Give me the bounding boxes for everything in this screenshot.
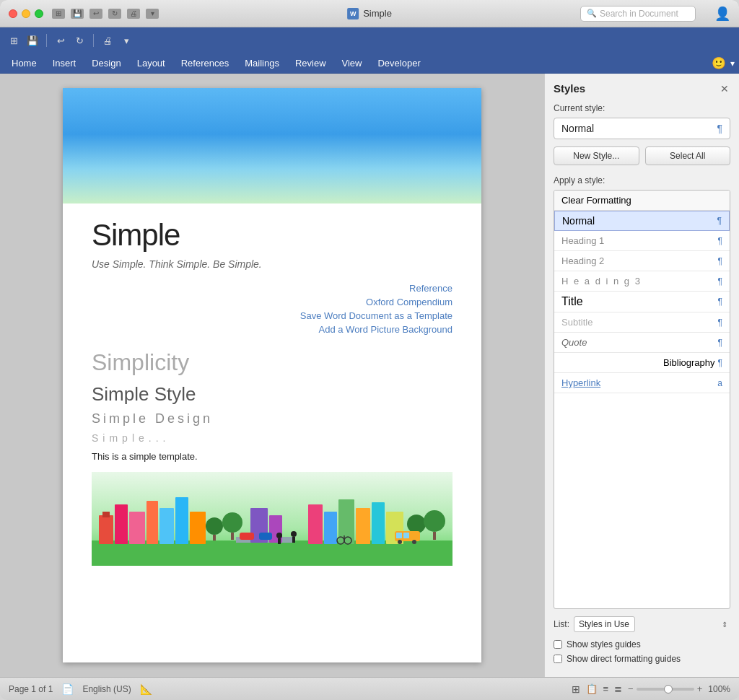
doc-link-oxford[interactable]: Oxford Compendium (92, 297, 452, 307)
status-bar: Page 1 of 1 📄 English (US) 📐 ⊞ 📋 ≡ ≣ − +… (0, 677, 739, 700)
minimize-button[interactable] (22, 9, 30, 18)
toolbar-more-icon[interactable]: ▾ (118, 32, 134, 48)
toolbar-icons: ⊞ 💾 ↩ ↻ 🖨 ▾ (6, 32, 134, 48)
show-direct-formatting-checkbox[interactable] (554, 655, 562, 663)
toolbar-redo-icon[interactable]: ↻ (71, 32, 87, 48)
print-icon[interactable]: 🖨 (127, 9, 140, 19)
show-styles-guides-checkbox[interactable] (554, 640, 562, 649)
more-icon[interactable]: ▾ (146, 9, 159, 19)
document-area: Simple Use Simple. Think Simple. Be Simp… (0, 74, 544, 677)
style-pilcrow-h2: ¶ (718, 256, 722, 266)
grid-view-icon[interactable]: ⊞ (572, 683, 580, 695)
sidebar-toggle-icon[interactable]: ⊞ (52, 9, 65, 19)
doc-link-save-template[interactable]: Save Word Document as a Template (92, 310, 452, 321)
menu-review[interactable]: Review (288, 56, 333, 71)
style-heading2[interactable]: Heading 2 ¶ (554, 251, 730, 271)
zoom-thumb[interactable] (664, 685, 673, 694)
style-bibliography[interactable]: Bibliography ¶ (554, 353, 730, 373)
menu-references[interactable]: References (174, 56, 236, 71)
svg-rect-17 (240, 533, 254, 540)
svg-rect-26 (278, 538, 281, 544)
titlebar-icons: ⊞ 💾 ↩ ↻ 🖨 ▾ (52, 9, 159, 19)
select-all-button[interactable]: Select All (645, 146, 731, 165)
menu-view[interactable]: View (335, 56, 370, 71)
page-info: Page 1 of 1 (9, 684, 53, 694)
style-title[interactable]: Title ¶ (554, 292, 730, 312)
document-content: Simple Use Simple. Think Simple. Be Simp… (63, 204, 481, 587)
style-pilcrow-h3: ¶ (718, 276, 722, 286)
menu-design[interactable]: Design (84, 56, 128, 71)
styles-panel: Styles ✕ Current style: Normal ¶ New Sty… (544, 74, 739, 677)
list-select[interactable]: Styles in Use All Styles Custom (574, 616, 635, 632)
doc-link-picture-bg[interactable]: Add a Word Picture Background (92, 324, 452, 335)
style-normal[interactable]: Normal ¶ (554, 211, 730, 231)
svg-point-25 (276, 533, 282, 538)
toolbar-print-icon[interactable]: 🖨 (100, 32, 115, 48)
panel-footer: List: Styles in Use All Styles Custom Sh… (554, 616, 730, 668)
toolbar-undo-icon[interactable]: ↩ (53, 32, 69, 48)
window-title: Simple (363, 8, 392, 19)
doc-link-reference[interactable]: Reference (92, 283, 452, 294)
toolbar-save-icon[interactable]: 💾 (25, 32, 40, 48)
style-heading1[interactable]: Heading 1 ¶ (554, 231, 730, 251)
show-direct-formatting-row[interactable]: Show direct formatting guides (554, 654, 730, 664)
panel-header: Styles ✕ (554, 82, 730, 95)
new-style-button[interactable]: New Style... (554, 146, 639, 165)
current-style-label: Current style: (554, 103, 730, 113)
zoom-minus-icon[interactable]: − (628, 683, 634, 694)
status-icon2[interactable]: 📋 (586, 683, 598, 694)
svg-point-29 (407, 515, 426, 533)
zoom-plus-icon[interactable]: + (697, 683, 703, 694)
current-style-pilcrow: ¶ (717, 123, 722, 134)
status-right: ⊞ 📋 ≡ ≣ − + 100% (572, 683, 730, 695)
style-name-heading3: H e a d i n g 3 (561, 276, 715, 286)
save-icon[interactable]: 💾 (71, 9, 84, 19)
undo-icon[interactable]: ↩ (89, 9, 102, 19)
toolbar-divider-1 (46, 34, 47, 47)
style-clear-formatting[interactable]: Clear Formatting (554, 191, 730, 211)
svg-point-27 (291, 531, 297, 537)
list-row: List: Styles in Use All Styles Custom (554, 616, 730, 632)
close-button[interactable] (9, 9, 17, 18)
style-pilcrow-normal: ¶ (717, 216, 722, 226)
menu-chevron-icon[interactable]: ▾ (730, 58, 735, 69)
menu-developer[interactable]: Developer (370, 56, 427, 71)
style-name-heading1: Heading 1 (561, 235, 715, 246)
style-hyperlink[interactable]: Hyperlink a (554, 373, 730, 393)
menu-insert[interactable]: Insert (45, 56, 84, 71)
style-name-clear: Clear Formatting (561, 195, 722, 206)
document-view-icon[interactable]: 📄 (61, 683, 74, 695)
style-heading3[interactable]: H e a d i n g 3 ¶ (554, 271, 730, 292)
style-pilcrow-subtitle: ¶ (718, 318, 722, 328)
traffic-lights (9, 9, 43, 18)
menu-home[interactable]: Home (4, 56, 44, 71)
svg-rect-1 (92, 541, 452, 566)
show-styles-guides-label: Show styles guides (567, 639, 641, 649)
status-icon3[interactable]: ≡ (603, 683, 609, 694)
zoom-track[interactable] (637, 688, 694, 691)
document-page: Simple Use Simple. Think Simple. Be Simp… (63, 88, 481, 662)
svg-rect-5 (129, 512, 145, 544)
emoji-icon[interactable]: 🙂 (712, 56, 726, 70)
menu-layout[interactable]: Layout (130, 56, 172, 71)
layout-icon[interactable]: 📐 (140, 683, 152, 695)
redo-icon[interactable]: ↻ (108, 9, 121, 19)
show-styles-guides-row[interactable]: Show styles guides (554, 639, 730, 649)
panel-close-icon[interactable]: ✕ (719, 83, 730, 95)
search-icon: 🔍 (587, 9, 597, 18)
document-body: This is a simple template. (92, 451, 452, 462)
zoom-slider[interactable]: − + (628, 683, 702, 694)
menu-mailings[interactable]: Mailings (237, 56, 287, 71)
svg-rect-13 (231, 533, 234, 540)
toolbar-sidebar-icon[interactable]: ⊞ (6, 32, 22, 48)
search-bar[interactable]: 🔍 Search in Document (580, 6, 696, 22)
style-name-subtitle: Subtitle (561, 317, 715, 328)
profile-icon[interactable]: 👤 (714, 6, 730, 22)
maximize-button[interactable] (35, 9, 43, 18)
svg-rect-22 (356, 508, 370, 544)
document-subtitle: Use Simple. Think Simple. Be Simple. (92, 258, 452, 270)
status-icon4[interactable]: ≣ (614, 683, 622, 694)
style-subtitle[interactable]: Subtitle ¶ (554, 312, 730, 333)
style-quote[interactable]: Quote ¶ (554, 333, 730, 353)
style-name-title: Title (561, 295, 715, 308)
